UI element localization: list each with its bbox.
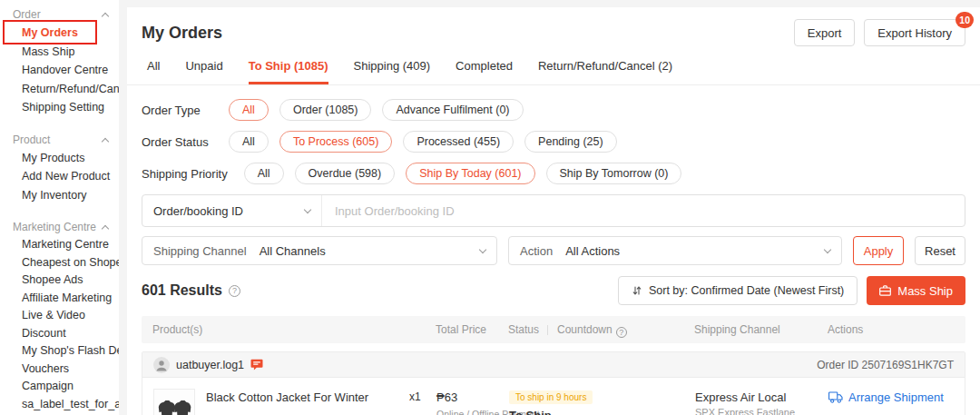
page-title: My Orders <box>142 24 222 43</box>
sidebar-section-order[interactable]: Order <box>13 5 119 24</box>
search-type-value: Order/booking ID <box>153 204 243 218</box>
seller-centre-page: Order My Orders Mass Ship Handover Centr… <box>0 0 980 415</box>
mass-ship-label: Mass Ship <box>897 284 953 298</box>
sidebar-section-order-label: Order <box>13 8 41 21</box>
tab-unpaid[interactable]: Unpaid <box>185 59 222 84</box>
sidebar-item-shipping-setting[interactable]: Shipping Setting <box>13 98 119 117</box>
order-status-all-pill[interactable]: All <box>229 131 269 153</box>
order-status: To Ship <box>509 409 687 415</box>
arrange-shipment-label: Arrange Shipment <box>848 390 944 404</box>
sidebar-item-flash-deals[interactable]: My Shop's Flash Deals <box>13 342 119 361</box>
shipping-service: SPX Express Fastlane <box>695 407 795 415</box>
column-divider <box>547 325 548 335</box>
export-button[interactable]: Export <box>794 19 856 46</box>
order-status-label: Order Status <box>142 135 212 149</box>
tab-shipping[interactable]: Shipping (409) <box>354 59 431 84</box>
order-id: Order ID 2507169S1HK7GT <box>817 359 954 371</box>
order-type-filter-row: Order Type All Order (1085) Advance Fulf… <box>142 99 965 121</box>
buyer-avatar-icon <box>153 357 170 373</box>
sidebar-section-product-label: Product <box>13 133 50 146</box>
buyer-username[interactable]: uatbuyer.log1 <box>176 359 244 371</box>
apply-button[interactable]: Apply <box>853 236 904 265</box>
countdown-help-icon[interactable]: ? <box>616 327 627 338</box>
order-type-all-pill[interactable]: All <box>229 99 269 121</box>
action-label: Action <box>520 244 553 258</box>
sidebar-item-cheapest-on-shopee[interactable]: Cheapest on Shopee <box>13 254 119 272</box>
sidebar-section-marketing-centre[interactable]: Marketing Centre <box>13 218 119 236</box>
export-history-badge: 10 <box>956 12 974 28</box>
product-thumbnail <box>153 389 195 415</box>
shipping-channel-value: All Channels <box>260 244 326 258</box>
sidebar-item-vouchers[interactable]: Vouchers <box>13 361 119 379</box>
col-actions: Actions <box>828 316 863 343</box>
chevron-down-icon <box>304 205 311 212</box>
chevron-up-icon <box>102 137 109 144</box>
order-row: Black Cotton Jacket For Winter x1 ₱63 On… <box>142 378 965 415</box>
search-input[interactable] <box>322 204 965 218</box>
order-search-box: Order/booking ID <box>142 194 965 227</box>
chevron-up-icon <box>102 13 109 20</box>
chevron-down-icon <box>824 245 831 252</box>
results-help-icon[interactable]: ? <box>229 285 240 297</box>
reset-button[interactable]: Reset <box>915 236 965 265</box>
orders-table-header: Product(s) Total Price Status Countdown?… <box>142 316 965 343</box>
tab-to-ship[interactable]: To Ship (1085) <box>249 59 328 84</box>
order-status-processed-pill[interactable]: Processed (455) <box>403 131 514 153</box>
sidebar-item-return-refund-cancel[interactable]: Return/Refund/Cancel <box>13 80 119 99</box>
order-card-header: uatbuyer.log1 Order ID 2507169S1HK7GT <box>142 352 965 378</box>
action-dropdown[interactable]: Action All Actions <box>508 236 842 265</box>
sidebar-item-my-inventory[interactable]: My Inventory <box>13 186 119 205</box>
chevron-up-icon <box>102 225 109 232</box>
order-status-filter-row: Order Status All To Process (605) Proces… <box>142 131 965 153</box>
my-orders-panel: My Orders Export Export History 10 All U… <box>127 7 980 415</box>
order-status-pending-pill[interactable]: Pending (25) <box>524 131 617 153</box>
sidebar: Order My Orders Mass Ship Handover Centr… <box>0 0 119 415</box>
col-products: Product(s) <box>152 316 202 343</box>
sort-button-label: Sort by: Confirmed Date (Newest First) <box>649 284 844 297</box>
col-shipping-channel: Shipping Channel <box>694 316 780 343</box>
shipping-priority-ship-by-tomorrow-pill[interactable]: Ship By Tomorrow (0) <box>546 163 682 184</box>
shipping-channel: Express Air Local <box>695 390 795 404</box>
briefcase-icon <box>879 285 891 296</box>
order-type-label: Order Type <box>142 104 212 117</box>
sidebar-section-marketing-label: Marketing Centre <box>13 221 96 233</box>
sidebar-item-handover-centre[interactable]: Handover Centre <box>13 61 119 80</box>
tab-return-refund-cancel[interactable]: Return/Refund/Cancel (2) <box>538 59 672 84</box>
shipping-channel-dropdown[interactable]: Shipping Channel All Channels <box>142 236 497 265</box>
export-history-button[interactable]: Export History <box>864 19 965 46</box>
shipping-priority-overdue-pill[interactable]: Overdue (598) <box>295 163 396 184</box>
chat-icon[interactable] <box>250 359 263 371</box>
sidebar-item-add-new-product[interactable]: Add New Product <box>13 167 119 186</box>
countdown-badge: To ship in 9 hours <box>509 390 593 404</box>
sidebar-item-sa-label-test[interactable]: sa_label_test_for_agent <box>13 396 119 414</box>
order-type-advance-fulfilment-pill[interactable]: Advance Fulfilment (0) <box>382 99 523 121</box>
sidebar-item-my-products[interactable]: My Products <box>13 149 119 168</box>
tab-all[interactable]: All <box>147 59 160 84</box>
order-status-to-process-pill[interactable]: To Process (605) <box>279 131 392 153</box>
col-status: Status <box>508 316 539 343</box>
shipping-priority-label: Shipping Priority <box>142 167 228 181</box>
search-type-selector[interactable]: Order/booking ID <box>142 195 322 226</box>
sidebar-section-product[interactable]: Product <box>13 131 119 149</box>
action-value: All Actions <box>565 244 620 258</box>
sidebar-item-campaign[interactable]: Campaign <box>13 378 119 396</box>
sort-button[interactable]: Sort by: Confirmed Date (Newest First) <box>618 276 858 305</box>
sidebar-item-affiliate-marketing[interactable]: Affiliate Marketing <box>13 290 119 308</box>
results-count: 601 Results <box>142 282 222 299</box>
mass-ship-button[interactable]: Mass Ship <box>867 276 965 305</box>
tab-completed[interactable]: Completed <box>456 59 513 84</box>
shipping-channel-label: Shipping Channel <box>153 244 247 258</box>
shipping-priority-ship-by-today-pill[interactable]: Ship By Today (601) <box>406 163 534 184</box>
order-tabs: All Unpaid To Ship (1085) Shipping (409)… <box>127 46 980 85</box>
sidebar-item-live-video[interactable]: Live & Video <box>13 307 119 325</box>
col-countdown-label: Countdown <box>557 323 612 336</box>
sidebar-item-my-orders[interactable]: My Orders <box>13 24 119 43</box>
sidebar-item-discount[interactable]: Discount <box>13 325 119 343</box>
sidebar-item-marketing-centre[interactable]: Marketing Centre <box>13 236 119 254</box>
sidebar-item-mass-ship[interactable]: Mass Ship <box>13 43 119 62</box>
arrange-shipment-button[interactable]: Arrange Shipment <box>828 390 944 404</box>
sidebar-item-shopee-ads[interactable]: Shopee Ads <box>13 272 119 290</box>
col-countdown: Countdown? <box>557 316 627 343</box>
shipping-priority-all-pill[interactable]: All <box>244 163 284 184</box>
order-type-order-pill[interactable]: Order (1085) <box>279 99 372 121</box>
